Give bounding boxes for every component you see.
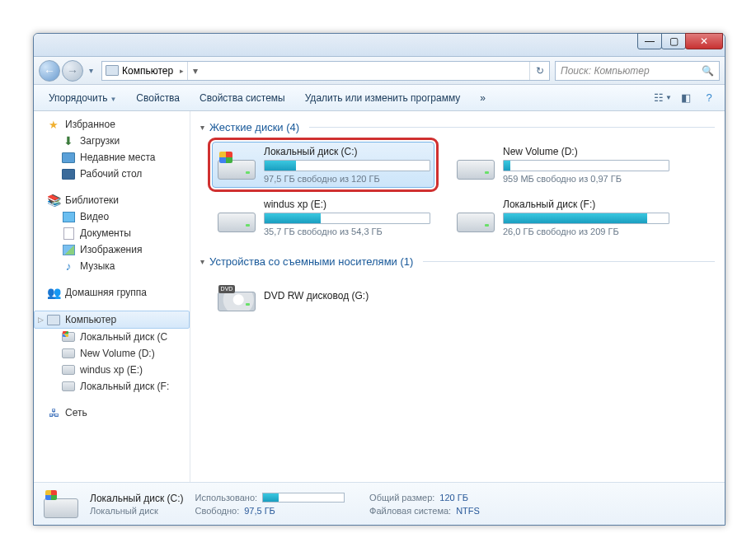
drive-e-free: 35,7 ГБ свободно из 54,3 ГБ [264,227,430,236]
desktop-icon [62,167,75,180]
preview-pane-button[interactable]: ◧ [677,89,695,107]
homegroup-header[interactable]: ▷👥Домашняя группа [34,284,190,301]
network-header[interactable]: ▷🖧Сеть [34,404,190,421]
drive-d-tile[interactable]: New Volume (D:) 959 МБ свободно из 0,97 … [451,142,674,188]
close-button[interactable]: ✕ [685,33,723,49]
drive-c-free: 97,5 ГБ свободно из 120 ГБ [264,174,430,184]
details-type: Локальный диск [90,506,184,516]
drive-e-fill [265,213,321,223]
search-icon: 🔍 [702,65,714,77]
homegroup-icon: 👥 [47,286,60,299]
free-label: Свободно: [195,506,240,516]
minimize-button[interactable]: — [637,33,662,49]
search-placeholder: Поиск: Компьютер [561,65,650,77]
drive-e-tile[interactable]: windus xp (E:) 35,7 ГБ свободно из 54,3 … [212,194,434,241]
search-box[interactable]: Поиск: Компьютер 🔍 [555,61,720,81]
network-group: ▷🖧Сеть [34,404,190,421]
address-bar[interactable]: Компьютер ▸ ▾ ↻ [101,61,550,81]
drive-d-icon [455,148,495,181]
details-name: Локальный диск (C:) [90,493,184,504]
drive-e-bar [264,213,430,224]
breadcrumb-arrow[interactable]: ▸ [176,67,187,75]
computer-header[interactable]: ▷Компьютер [34,311,190,329]
sidebar-pictures[interactable]: Изображения [34,241,190,258]
back-button[interactable]: ← [39,60,60,82]
favorites-group: ▷★Избранное ⬇Загрузки Недавние места Раб… [34,116,190,182]
recent-icon [62,151,75,164]
sidebar-drive-f[interactable]: Локальный диск (F: [34,378,190,395]
drive-c-bar [264,160,430,171]
help-button[interactable]: ? [700,89,718,107]
drive-d-bar [503,160,669,171]
sidebar-downloads[interactable]: ⬇Загрузки [34,133,190,149]
pictures-icon [62,243,75,256]
organize-menu[interactable]: Упорядочить▼ [40,89,124,107]
breadcrumb-root: Компьютер [122,65,173,77]
drive-d-free: 959 МБ свободно из 0,97 ГБ [503,174,669,184]
drive-d-fill [504,161,510,171]
address-dropdown[interactable]: ▾ [187,62,203,80]
explorer-window: — ▢ ✕ ← → ▾ Компьютер ▸ ▾ ↻ Поиск: Компь… [33,33,725,526]
drive-f-tile[interactable]: Локальный диск (F:) 26,0 ГБ свободно из … [451,194,674,241]
details-pane: Локальный диск (C:) Локальный диск Испол… [34,482,725,525]
fs-label: Файловая система: [369,506,451,516]
music-icon: ♪ [62,259,75,273]
nav-bar: ← → ▾ Компьютер ▸ ▾ ↻ Поиск: Компьютер 🔍 [34,57,725,85]
drive-c-tile[interactable]: Локальный диск (C:) 97,5 ГБ свободно из … [212,142,434,188]
titlebar[interactable]: — ▢ ✕ [34,34,725,57]
history-dropdown[interactable]: ▾ [85,60,96,82]
sidebar-drive-d[interactable]: New Volume (D:) [34,345,190,362]
computer-icon [47,313,60,326]
drive-g-tile[interactable]: DVD DVD RW дисковод (G:) [212,276,434,317]
drive-f-free: 26,0 ГБ свободно из 209 ГБ [503,227,669,236]
download-icon: ⬇ [62,134,75,147]
content-pane: ▾Жесткие диски (4) Локальный диск (C:) 9… [190,111,725,482]
hdd-category-header[interactable]: ▾Жесткие диски (4) [200,118,715,137]
drive-e-icon [216,201,256,234]
drive-f-fill [504,213,647,223]
sidebar-recent[interactable]: Недавние места [34,149,190,166]
drive-icon [62,330,75,344]
drive-c-fill [265,161,296,171]
size-label: Общий размер: [369,493,434,503]
homegroup-group: ▷👥Домашняя группа [34,284,190,301]
used-label: Использовано: [195,493,258,503]
drive-f-icon [455,201,495,234]
maximize-button[interactable]: ▢ [661,33,686,49]
drive-g-label: DVD RW дисковод (G:) [264,290,430,302]
properties-button[interactable]: Свойства [128,89,188,107]
fs-value: NTFS [456,506,480,516]
drive-d-label: New Volume (D:) [503,146,669,157]
favorites-header[interactable]: ▷★Избранное [34,116,190,133]
removable-category-header[interactable]: ▾Устройства со съемными носителями (1) [200,252,715,271]
uninstall-button[interactable]: Удалить или изменить программу [297,89,469,107]
drive-icon [62,347,75,360]
video-icon [62,210,75,223]
refresh-button[interactable]: ↻ [529,62,549,80]
document-icon [62,227,75,240]
drive-c-label: Локальный диск (C:) [264,146,430,157]
sidebar-drive-c[interactable]: Локальный диск (C [34,329,190,345]
drive-icon [62,380,75,393]
sidebar-drive-e[interactable]: windus xp (E:) [34,362,190,378]
sidebar-documents[interactable]: Документы [34,225,190,241]
command-bar: Упорядочить▼ Свойства Свойства системы У… [34,85,725,111]
computer-icon [106,64,119,77]
system-properties-button[interactable]: Свойства системы [191,89,293,107]
sidebar-videos[interactable]: Видео [34,208,190,225]
dvd-icon: DVD [216,280,256,313]
free-value: 97,5 ГБ [244,506,275,516]
sidebar-desktop[interactable]: Рабочий стол [34,166,190,182]
sidebar-music[interactable]: ♪Музыка [34,258,190,274]
view-options-button[interactable]: ☷▼ [654,89,672,107]
libraries-header[interactable]: ▷📚Библиотеки [34,192,190,208]
drive-e-label: windus xp (E:) [264,199,430,210]
forward-button[interactable]: → [62,60,83,82]
computer-group: ▷Компьютер Локальный диск (C New Volume … [34,311,190,395]
drive-c-icon [216,148,256,181]
toolbar-overflow[interactable]: » [472,89,494,107]
libraries-group: ▷📚Библиотеки Видео Документы Изображения… [34,192,190,274]
drive-f-bar [503,213,669,224]
drive-icon [62,363,75,376]
details-icon [42,489,78,520]
